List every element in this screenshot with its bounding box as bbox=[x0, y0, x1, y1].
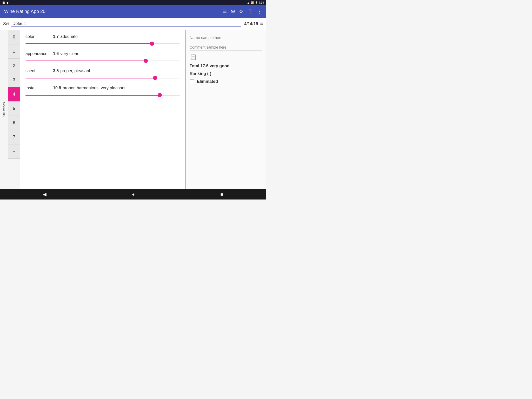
rating-scent-label: scent bbox=[25, 69, 51, 73]
rating-color: color 1.7 adequate bbox=[25, 34, 180, 46]
rating-taste-value: 10.8 bbox=[53, 86, 61, 90]
more-icon[interactable]: ⋮ bbox=[257, 9, 262, 14]
rating-color-desc: adequate bbox=[60, 34, 78, 39]
wine-btn-1[interactable]: 1 bbox=[8, 44, 20, 59]
rating-taste-label: taste bbox=[25, 86, 51, 90]
toolbar-menu-icon[interactable]: ≡ bbox=[260, 21, 263, 26]
rating-appearance-desc: very clear bbox=[60, 51, 78, 56]
wine-btn-7[interactable]: 7 bbox=[8, 130, 20, 144]
help-icon[interactable]: ❓ bbox=[247, 9, 253, 14]
status-bar-right: ▲ 📶 🔋 7:39 bbox=[247, 1, 264, 4]
app-title: Wine Rating App 20 bbox=[4, 9, 45, 14]
number-buttons: 0 1 2 3 4 5 6 7 + bbox=[8, 30, 20, 189]
wifi-icon: ▲ bbox=[247, 1, 250, 4]
rating-appearance-label: appearance bbox=[25, 51, 51, 56]
wine-btn-add[interactable]: + bbox=[8, 144, 20, 159]
notification-icon: 📋 bbox=[2, 1, 5, 4]
sidebar-label: Still wines bbox=[0, 30, 8, 189]
toolbar: Set 4/14/19 ≡ bbox=[0, 18, 266, 30]
scent-slider-container[interactable] bbox=[25, 75, 180, 81]
total-value: 17.6 bbox=[200, 64, 208, 68]
total-label: Total bbox=[190, 64, 200, 68]
status-bar: 📋 ⏺ ▲ 📶 🔋 7:39 bbox=[0, 0, 266, 5]
date-display: 4/14/19 bbox=[244, 22, 258, 26]
rating-taste: taste 10.8 proper, harmonious, very plea… bbox=[25, 86, 180, 98]
list-icon[interactable]: ☰ bbox=[223, 9, 227, 14]
ranking-value: (-) bbox=[207, 71, 211, 76]
back-button[interactable]: ◀ bbox=[37, 189, 53, 199]
sidebar: Still wines 0 1 2 3 4 5 6 7 + bbox=[0, 30, 20, 189]
info-ranking: Ranking (-) bbox=[190, 71, 262, 76]
rating-scent: scent 3.5 proper, pleasant bbox=[25, 69, 180, 81]
eliminated-row: Eliminated bbox=[190, 79, 262, 84]
appearance-slider-container[interactable] bbox=[25, 58, 180, 63]
info-total: Total 17.6 very good bbox=[190, 64, 262, 68]
app-bar: Wine Rating App 20 ☰ ✉ ⚙ ❓ ⋮ bbox=[0, 5, 266, 18]
wine-btn-0[interactable]: 0 bbox=[8, 30, 20, 44]
wine-btn-5[interactable]: 5 bbox=[8, 102, 20, 116]
battery-icon: 🔋 bbox=[255, 1, 258, 4]
rating-appearance: appearance 1.6 very clear bbox=[25, 51, 180, 63]
eliminated-label: Eliminated bbox=[197, 79, 218, 84]
total-desc: very good bbox=[209, 64, 230, 68]
ranking-label: Ranking bbox=[190, 71, 207, 76]
status-bar-left: 📋 ⏺ bbox=[2, 1, 9, 4]
set-label: Set bbox=[3, 22, 9, 26]
rating-scent-desc: proper, pleasant bbox=[60, 69, 90, 73]
mail-icon[interactable]: ✉ bbox=[231, 9, 235, 14]
recents-button[interactable]: ■ bbox=[214, 190, 229, 199]
rating-color-value: 1.7 bbox=[53, 34, 59, 39]
main-content: Still wines 0 1 2 3 4 5 6 7 + color 1.7 … bbox=[0, 30, 266, 189]
rating-color-label: color bbox=[25, 34, 51, 39]
rating-scent-value: 3.5 bbox=[53, 69, 59, 73]
wine-name-input[interactable] bbox=[190, 34, 262, 41]
rating-panel: color 1.7 adequate appearance 1.6 very c… bbox=[20, 30, 185, 189]
wine-btn-4[interactable]: 4 bbox=[8, 87, 20, 102]
home-button[interactable]: ● bbox=[126, 190, 141, 199]
wine-btn-2[interactable]: 2 bbox=[8, 59, 20, 73]
clipboard-icon[interactable]: 📋 bbox=[190, 54, 262, 61]
rating-appearance-value: 1.6 bbox=[53, 51, 59, 56]
wine-comment-input[interactable] bbox=[190, 44, 262, 51]
rating-taste-desc: proper, harmonious, very pleasant bbox=[63, 86, 125, 90]
sync-icon: ⏺ bbox=[6, 1, 9, 4]
signal-icon: 📶 bbox=[251, 1, 254, 4]
color-slider-container[interactable] bbox=[25, 41, 180, 46]
info-panel: 📋 Total 17.6 very good Ranking (-) Elimi… bbox=[185, 30, 266, 189]
bottom-nav: ◀ ● ■ bbox=[0, 189, 266, 200]
set-input[interactable] bbox=[11, 21, 241, 27]
taste-slider-container[interactable] bbox=[25, 92, 180, 98]
app-bar-icons: ☰ ✉ ⚙ ❓ ⋮ bbox=[223, 9, 262, 14]
wine-btn-6[interactable]: 6 bbox=[8, 116, 20, 130]
eliminated-checkbox[interactable] bbox=[190, 79, 194, 84]
wine-btn-3[interactable]: 3 bbox=[8, 73, 20, 87]
time-display: 7:39 bbox=[259, 1, 264, 4]
settings-icon[interactable]: ⚙ bbox=[239, 9, 243, 14]
